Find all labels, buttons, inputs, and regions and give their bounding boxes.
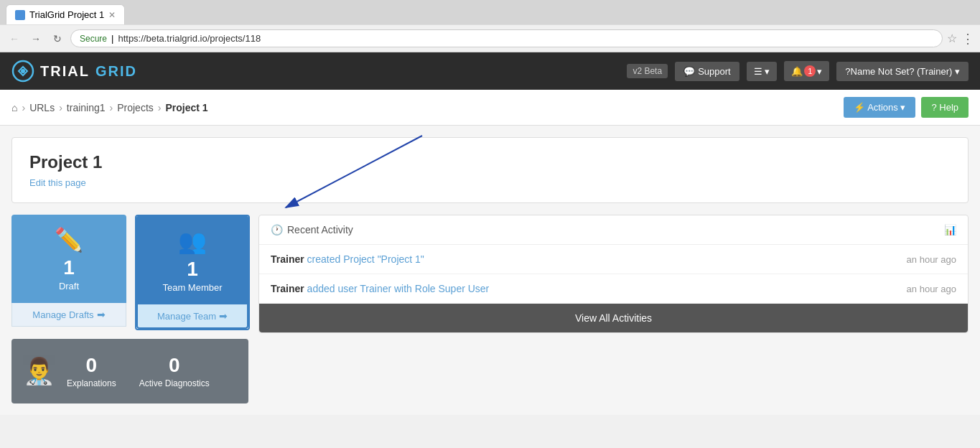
browser-chrome: TrialGrid Project 1 ✕ ← → ↻ Secure | htt… [0,0,980,52]
view-all-activities-button[interactable]: View All Activities [259,304,968,332]
logo-icon [11,60,34,83]
activity-item-1: Trainer added user Trainer with Role Sup… [259,274,968,304]
logo: TRIALGRID [11,60,137,83]
draft-card: ✏️ 1 Draft Manage Drafts ➡ [11,215,126,330]
logo-trial-text: TRIAL [40,63,90,80]
forward-button[interactable]: → [27,30,45,47]
clock-icon: 🕐 [271,224,283,235]
breadcrumb-sep-2: › [110,102,113,113]
stat-dark-numbers: 0 Explanations 0 Active Diagnostics [67,354,210,388]
breadcrumb-bar: ⌂ › URLs › training1 › Projects › Projec… [0,90,980,126]
breadcrumb-sep-1: › [59,102,62,113]
menu-icon-button[interactable]: ☰ ▾ [747,62,778,81]
page-title-card: Project 1 Edit this page [11,137,969,203]
browser-controls: ← → ↻ Secure | https://beta.trialgrid.io… [0,24,980,52]
notification-button[interactable]: 🔔 1 ▾ [784,61,829,81]
address-bar[interactable]: Secure | https://beta.trialgrid.io/proje… [70,29,943,47]
explanations-label: Explanations [67,378,116,388]
manage-drafts-link[interactable]: Manage Drafts ➡ [21,309,117,320]
edit-page-link[interactable]: Edit this page [29,177,86,188]
active-diagnostics-stat: 0 Active Diagnostics [139,354,210,388]
activity-link-1[interactable]: added user Trainer with Role Super User [307,283,490,294]
logo-grid-text: GRID [95,63,137,80]
activity-text-1: Trainer added user Trainer with Role Sup… [271,283,489,294]
tab-icon [15,10,25,20]
activity-header: 🕐 Recent Activity 📊 [259,215,968,245]
breadcrumb: ⌂ › URLs › training1 › Projects › Projec… [11,102,208,113]
explanations-card-top: 👨‍⚕️ 0 Explanations 0 Active Diagnostics [11,339,248,403]
address-url: https://beta.trialgrid.io/projects/118 [118,33,261,44]
manage-team-link[interactable]: Manage Team ➡ [146,310,238,322]
address-separator: | [111,33,113,44]
bookmark-icon[interactable]: ☆ [947,32,957,45]
bell-icon: 🔔 [791,66,803,77]
activity-item-0: Trainer created Project "Project 1" an h… [259,245,968,274]
team-arrow-icon: ➡ [219,310,228,322]
app-header: TRIALGRID v2 Beta 💬 Support ☰ ▾ 🔔 1 ▾ ?N… [0,52,980,90]
browser-menu-icon[interactable]: ⋮ [961,31,974,47]
activity-user-1: Trainer [271,283,304,294]
support-chat-icon: 💬 [683,66,695,77]
svg-point-1 [21,69,25,73]
annotation-container: 👥 1 Team Member Manage Team ➡ [135,215,250,330]
explanations-icon: 👨‍⚕️ [23,356,55,386]
team-card: 👥 1 Team Member Manage Team ➡ [135,215,250,330]
breadcrumb-actions: ⚡ Actions ▾ ? Help [844,97,969,118]
chart-icon[interactable]: 📊 [944,224,956,235]
draft-arrow-icon: ➡ [97,309,106,320]
explanations-stat: 0 Explanations [67,354,116,388]
breadcrumb-home[interactable]: ⌂ [11,102,17,113]
activity-time-1: an hour ago [907,284,956,294]
active-count: 0 [139,354,210,377]
breadcrumb-sep-3: › [158,102,162,113]
activity-text-0: Trainer created Project "Project 1" [271,253,424,265]
draft-icon: ✏️ [55,226,83,253]
page-title: Project 1 [29,152,951,172]
refresh-button[interactable]: ↻ [49,30,66,47]
browser-tab-bar: TrialGrid Project 1 ✕ [0,0,980,24]
stats-row-top: ✏️ 1 Draft Manage Drafts ➡ [11,215,250,330]
team-card-top: 👥 1 Team Member [136,216,248,304]
breadcrumb-projects[interactable]: Projects [117,102,154,113]
team-label: Team Member [162,282,222,293]
left-stats: ✏️ 1 Draft Manage Drafts ➡ [11,215,250,403]
active-label: Active Diagnostics [139,378,210,388]
support-button[interactable]: 💬 Support [675,62,739,81]
team-number: 1 [187,258,198,281]
activity-title: 🕐 Recent Activity [271,224,353,235]
activity-link-0[interactable]: created Project "Project 1" [307,253,424,265]
breadcrumb-urls[interactable]: URLs [29,102,55,113]
help-button[interactable]: ? Help [921,97,969,118]
breadcrumb-sep-0: › [22,102,25,113]
breadcrumb-training1[interactable]: training1 [67,102,106,113]
header-right: v2 Beta 💬 Support ☰ ▾ 🔔 1 ▾ ?Name Not Se… [627,61,969,81]
notification-badge: 1 [804,65,816,77]
breadcrumb-project1: Project 1 [165,102,207,113]
draft-label: Draft [59,281,79,291]
v2-beta-badge: v2 Beta [627,64,668,78]
draft-number: 1 [63,256,75,279]
browser-tab[interactable]: TrialGrid Project 1 ✕ [6,4,125,24]
stats-container: ✏️ 1 Draft Manage Drafts ➡ [11,215,969,403]
user-menu-button[interactable]: ?Name Not Set? (Trainer) ▾ [836,62,969,81]
actions-button[interactable]: ⚡ Actions ▾ [844,97,915,118]
back-button[interactable]: ← [6,30,23,47]
activity-panel: 🕐 Recent Activity 📊 Trainer created Proj… [258,215,969,333]
explanations-card: 👨‍⚕️ 0 Explanations 0 Active Diagnostics [11,339,248,403]
main-content: Project 1 Edit this page ✏️ 1 Draft Mana… [0,126,980,415]
explanations-count: 0 [67,354,116,377]
team-icon: 👥 [178,228,207,255]
tab-title: TrialGrid Project 1 [29,9,104,20]
activity-user-0: Trainer [271,253,304,265]
secure-badge: Secure [80,34,107,44]
team-card-bottom: Manage Team ➡ [136,304,248,329]
draft-card-top: ✏️ 1 Draft [11,215,126,303]
notif-chevron: ▾ [817,66,822,77]
draft-card-bottom: Manage Drafts ➡ [11,303,126,327]
activity-time-0: an hour ago [907,254,956,265]
tab-close-button[interactable]: ✕ [108,10,116,20]
